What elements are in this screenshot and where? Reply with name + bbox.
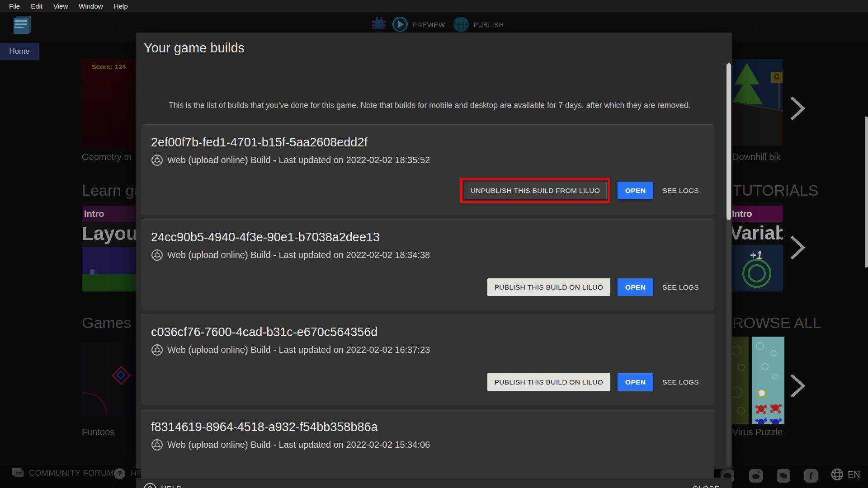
chevron-right-icon[interactable] bbox=[789, 96, 807, 121]
build-row: 2ef00f7b-fed1-4701-b15f-5aa2608edd2f Web… bbox=[141, 124, 714, 215]
virus-blue-1 bbox=[758, 419, 764, 424]
open-build-button[interactable]: OPEN bbox=[618, 182, 653, 199]
virus-red-1 bbox=[758, 405, 764, 412]
game-thumbnail-variables[interactable]: Intro Variab +1 bbox=[730, 206, 783, 291]
see-logs-button[interactable]: SEE LOGS bbox=[660, 373, 701, 391]
unpublish-build-button[interactable]: UNPUBLISH THIS BUILD FROM LILUO bbox=[464, 182, 607, 199]
community-forums-label: COMMUNITY FORUMS bbox=[29, 469, 119, 478]
game-label-downhill: Downhill bik bbox=[732, 152, 781, 162]
player-sprite bbox=[90, 269, 94, 275]
section-header-learn: Learn ga bbox=[82, 182, 142, 199]
chrome-icon bbox=[151, 249, 163, 261]
menu-item-window[interactable]: Window bbox=[79, 2, 103, 10]
build-id: c036cf76-7600-4cad-b31c-e670c564356d bbox=[151, 325, 701, 339]
preview-button[interactable]: PREVIEW bbox=[392, 17, 445, 32]
build-info: Web (upload online) Build - Last updated… bbox=[167, 250, 430, 260]
builds-scroll-area: This is the list of builds that you've d… bbox=[136, 88, 723, 478]
build-row: c036cf76-7600-4cad-b31c-e670c564356d Web… bbox=[141, 314, 714, 405]
see-logs-button[interactable]: SEE LOGS bbox=[660, 278, 701, 296]
chrome-icon bbox=[151, 344, 163, 356]
section-header-browse-all: ROWSE ALL bbox=[732, 314, 821, 332]
tab-home[interactable]: Home bbox=[0, 43, 39, 60]
build-info: Web (upload online) Build - Last updated… bbox=[167, 345, 430, 355]
app-root: File Edit View Window Help PREVIEW bbox=[0, 0, 868, 488]
window-scrollbar[interactable] bbox=[865, 117, 868, 267]
intro-badge-2: Intro bbox=[732, 209, 752, 219]
help-label: HELP bbox=[161, 485, 182, 488]
close-button[interactable]: CLOSE bbox=[693, 485, 720, 488]
publish-build-button[interactable]: PUBLISH THIS BUILD ON LILUO bbox=[487, 278, 610, 296]
intro-badge: Intro bbox=[84, 209, 104, 219]
project-manager-icon[interactable] bbox=[13, 15, 33, 35]
publish-button[interactable]: PUBLISH bbox=[453, 17, 504, 32]
virus-blue-2 bbox=[772, 419, 779, 424]
game-label-virus: Virus Puzzle bbox=[732, 427, 783, 437]
preview-label: PREVIEW bbox=[412, 21, 445, 28]
green-rings-inner bbox=[748, 264, 766, 282]
game-builds-dialog: Your game builds This is the list of bui… bbox=[136, 33, 732, 469]
help-circle-icon: ? bbox=[144, 483, 156, 488]
chevron-right-icon[interactable] bbox=[789, 235, 807, 260]
layouts-title: Layou bbox=[82, 222, 136, 247]
reddit-icon[interactable] bbox=[749, 469, 763, 483]
close-label: CLOSE bbox=[693, 485, 720, 488]
dialog-title: Your game builds bbox=[136, 33, 732, 56]
dialog-footer: ? HELP CLOSE bbox=[136, 478, 732, 488]
chrome-icon bbox=[151, 154, 163, 166]
menu-item-help[interactable]: Help bbox=[114, 2, 128, 10]
build-info: Web (upload online) Build - Last updated… bbox=[167, 440, 430, 450]
menu-item-view[interactable]: View bbox=[53, 2, 68, 10]
chevron-right-icon[interactable] bbox=[789, 373, 807, 399]
variables-title: Variab bbox=[730, 222, 783, 245]
community-forums-button[interactable]: COMMUNITY FORUMS bbox=[12, 468, 119, 478]
game-thumbnail-partial[interactable] bbox=[730, 337, 749, 424]
facebook-icon[interactable]: f bbox=[804, 469, 818, 483]
twitter-icon[interactable] bbox=[777, 469, 790, 483]
game-label-geometry: Geometry m bbox=[82, 152, 132, 162]
build-row: 24cc90b5-4940-4f3e-90e1-b7038a2dee13 Web… bbox=[141, 219, 714, 310]
game-thumbnail-layouts[interactable]: Intro Layou bbox=[82, 206, 136, 291]
publish-label: PUBLISH bbox=[473, 21, 504, 28]
dialog-scrollbar-thumb[interactable] bbox=[726, 63, 731, 220]
see-logs-button[interactable]: SEE LOGS bbox=[660, 182, 701, 199]
chrome-icon bbox=[151, 439, 163, 451]
game-thumbnail-funtoos[interactable] bbox=[82, 343, 136, 416]
build-id: 24cc90b5-4940-4f3e-90e1-b7038a2dee13 bbox=[151, 230, 701, 244]
forum-chat-icon bbox=[12, 468, 24, 478]
question-circle-icon: ? bbox=[114, 468, 125, 479]
score-overlay: Score: 124 bbox=[82, 63, 136, 70]
debug-icon[interactable] bbox=[372, 17, 386, 32]
preview-play-icon bbox=[392, 17, 408, 32]
open-build-button[interactable]: OPEN bbox=[618, 373, 653, 391]
build-info: Web (upload online) Build - Last updated… bbox=[167, 155, 430, 165]
virus-red-2 bbox=[772, 404, 779, 411]
menu-item-file[interactable]: File bbox=[9, 2, 20, 10]
section-header-tutorials: TUTORIALS bbox=[732, 182, 818, 199]
menu-bar: File Edit View Window Help bbox=[0, 0, 868, 12]
gravel-road bbox=[730, 101, 783, 145]
build-id: 2ef00f7b-fed1-4701-b15f-5aa2608edd2f bbox=[151, 136, 701, 150]
open-build-button[interactable]: OPEN bbox=[618, 278, 653, 296]
tree-bottom bbox=[731, 79, 763, 104]
publish-build-button[interactable]: PUBLISH THIS BUILD ON LILUO bbox=[487, 373, 610, 391]
game-label-funtoos: Funtoos bbox=[82, 427, 114, 437]
build-row: f8314619-8964-4518-a932-f54bb358b86a Web… bbox=[141, 409, 714, 478]
sign-flag: G bbox=[771, 72, 783, 83]
dialog-description: This is the list of builds that you've d… bbox=[162, 99, 698, 112]
game-thumbnail-geometry[interactable]: Score: 124 bbox=[82, 59, 136, 148]
tab-home-label: Home bbox=[9, 47, 29, 56]
section-header-games: Games n bbox=[82, 314, 144, 332]
annotation-highlight-box: UNPUBLISH THIS BUILD FROM LILUO bbox=[460, 178, 610, 203]
game-thumbnail-downhill[interactable]: G bbox=[730, 59, 783, 145]
help-button[interactable]: ? HELP bbox=[144, 483, 182, 488]
language-selector[interactable]: EN bbox=[831, 468, 860, 481]
virus-yellow bbox=[759, 390, 765, 396]
red-arc bbox=[82, 392, 107, 416]
menu-item-edit[interactable]: Edit bbox=[31, 2, 42, 10]
game-thumbnail-virus[interactable] bbox=[750, 337, 784, 424]
build-id: f8314619-8964-4518-a932-f54bb358b86a bbox=[151, 420, 701, 434]
globe-icon bbox=[831, 468, 844, 481]
publish-globe-icon bbox=[453, 17, 469, 32]
language-label: EN bbox=[848, 469, 860, 480]
